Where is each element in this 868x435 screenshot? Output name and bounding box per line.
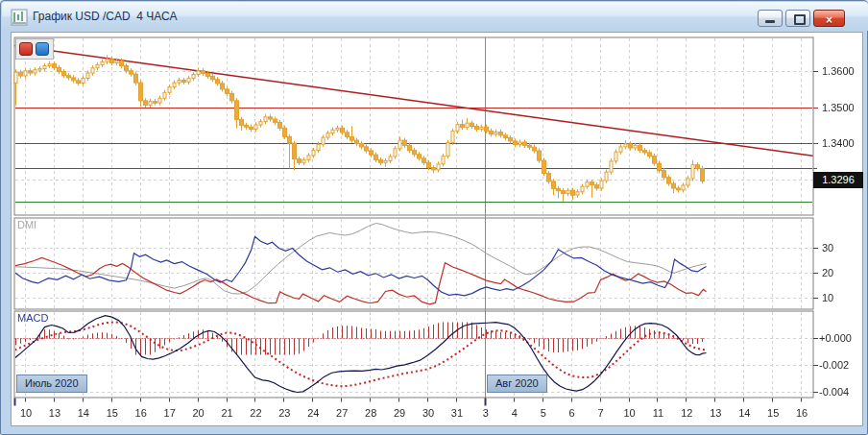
date-tick-label: 15	[767, 407, 779, 419]
chart-toolbar-chip	[15, 38, 54, 60]
app-window: График USD /CAD 4 ЧАСА × DMI MACD 1.3600…	[0, 0, 868, 435]
price-tick-label: 1.3400	[822, 137, 855, 149]
dmi-pane-label: DMI	[17, 219, 36, 230]
date-tick-label: 17	[164, 407, 176, 419]
month-badge-july: Июль 2020	[16, 375, 87, 393]
red-marker-icon[interactable]	[19, 42, 33, 56]
date-tick-label: 7	[598, 407, 604, 419]
chart-canvas[interactable]	[1, 1, 868, 435]
date-tick-label: 22	[250, 407, 261, 419]
macd-tick-label: +0.000	[819, 332, 852, 344]
date-tick-label: 28	[365, 407, 376, 419]
date-tick-label: 24	[307, 407, 319, 419]
month-badge-august: Авг 2020	[487, 375, 547, 393]
date-tick-label: 10	[623, 407, 635, 419]
date-tick-label: 13	[710, 407, 721, 419]
date-tick-label: 21	[221, 407, 232, 419]
dmi-tick-label: 10	[822, 292, 833, 303]
macd-pane-label: MACD	[17, 312, 48, 324]
current-price-badge: 1.3296	[813, 172, 863, 188]
date-tick-label: 23	[278, 407, 290, 419]
date-tick-label: 27	[336, 407, 348, 419]
date-tick-label: 5	[541, 407, 546, 419]
date-tick-label: 31	[451, 407, 463, 419]
date-tick-label: 13	[49, 407, 60, 419]
date-tick-label: 3	[483, 407, 489, 419]
price-tick-label: 1.3500	[822, 102, 855, 113]
date-tick-label: 14	[738, 407, 750, 419]
dmi-tick-label: 20	[822, 267, 833, 278]
blue-marker-icon[interactable]	[36, 42, 49, 56]
date-tick-label: 14	[78, 407, 89, 419]
price-tick-label: 1.3600	[822, 65, 855, 77]
date-tick-label: 6	[569, 407, 575, 419]
date-tick-label: 15	[107, 407, 118, 419]
dmi-tick-label: 30	[822, 242, 833, 254]
date-tick-label: 30	[422, 407, 434, 419]
date-tick-label: 16	[796, 407, 808, 419]
date-tick-label: 12	[681, 407, 692, 419]
macd-tick-label: -0.004	[819, 386, 849, 398]
date-tick-label: 11	[653, 407, 663, 419]
macd-tick-label: -0.002	[819, 359, 849, 371]
date-tick-label: 29	[394, 407, 405, 419]
date-tick-label: 10	[20, 407, 32, 419]
date-tick-label: 20	[192, 407, 204, 419]
date-tick-label: 4	[512, 407, 518, 419]
date-tick-label: 16	[135, 407, 147, 419]
